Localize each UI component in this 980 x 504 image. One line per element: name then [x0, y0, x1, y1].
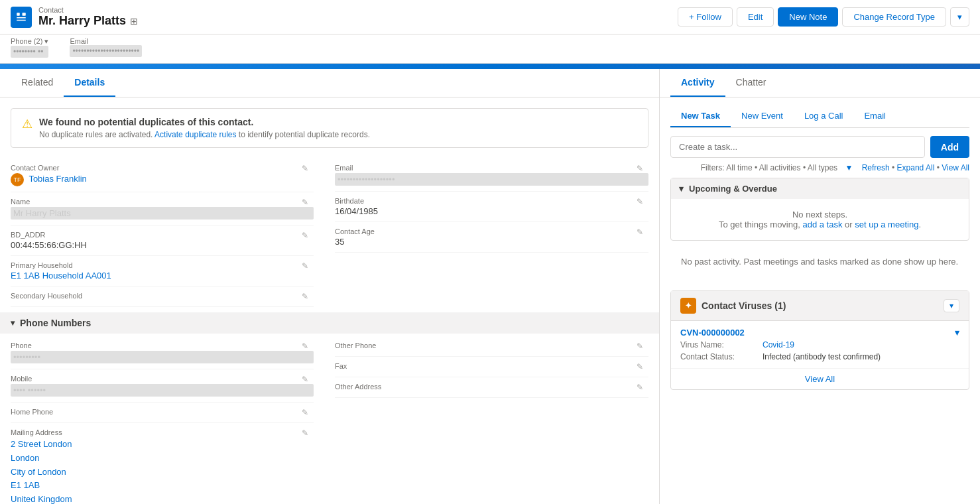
avatar: TF: [11, 173, 24, 186]
edit-icon[interactable]: ✎: [302, 164, 308, 173]
contact-status-label: Contact Status:: [680, 352, 760, 361]
fields-grid: Contact Owner TF Tobias Franklin ✎ Name …: [11, 158, 648, 307]
virus-id-row: CVN-000000002 ▾: [680, 328, 959, 338]
header-meta: Contact Mr. Harry Platts ⊞: [38, 6, 138, 28]
left-tabs: Related Details: [0, 69, 659, 97]
upcoming-body: No next steps. To get things moving, add…: [671, 199, 969, 240]
new-note-button[interactable]: New Note: [778, 7, 838, 27]
main-layout: Related Details ⚠ We found no potential …: [0, 69, 980, 504]
task-buttons: New Task New Event Log a Call Email: [670, 105, 969, 128]
filters-row: Filters: All time • All activities • All…: [670, 163, 969, 172]
field-mailing-address: Mailing Address 2 Street LondonLondonCit…: [11, 423, 314, 504]
setup-meeting-link[interactable]: set up a meeting: [855, 220, 918, 229]
add-task-link[interactable]: add a task: [802, 220, 842, 229]
refresh-link[interactable]: Refresh: [862, 163, 890, 172]
edit-icon[interactable]: ✎: [637, 362, 643, 371]
tab-chatter[interactable]: Chatter: [725, 69, 777, 97]
email-value: ••••••••••••••••••••••••: [70, 45, 142, 57]
followers-icon: ⊞: [130, 16, 138, 27]
follow-button[interactable]: + Follow: [678, 7, 733, 27]
header-left: Contact Mr. Harry Platts ⊞: [11, 6, 138, 28]
svg-rect-0: [17, 13, 20, 16]
viruses-expand-button[interactable]: ▾: [944, 299, 959, 312]
field-birthdate: Birthdate 16/04/1985 ✎: [335, 192, 648, 222]
change-record-type-button[interactable]: Change Record Type: [842, 7, 946, 27]
gradient-bar: [0, 64, 980, 69]
edit-icon[interactable]: ✎: [637, 227, 643, 237]
record-name: Mr. Harry Platts ⊞: [38, 14, 138, 28]
phone-numbers-grid: Phone ••••••••• ✎ Mobile •••• •••••• ✎ H…: [11, 336, 648, 504]
edit-icon[interactable]: ✎: [637, 342, 643, 351]
virus-expand-icon[interactable]: ▾: [955, 328, 959, 338]
edit-icon[interactable]: ✎: [302, 292, 308, 301]
top-fields: Contact Owner TF Tobias Franklin ✎ Name …: [11, 158, 648, 307]
contact-icon: [11, 7, 32, 28]
warning-icon: ⚠: [22, 117, 32, 131]
filters-text: Filters: All time • All activities • All…: [701, 163, 837, 172]
edit-icon[interactable]: ✎: [302, 408, 308, 417]
phone-value: •••••••• ••: [11, 46, 48, 58]
new-event-button[interactable]: New Event: [731, 105, 794, 127]
edit-icon[interactable]: ✎: [637, 383, 643, 392]
field-home-phone: Home Phone ✎: [11, 403, 314, 423]
edit-icon[interactable]: ✎: [637, 164, 643, 173]
field-primary-household: Primary Household E1 1AB Household AA001…: [11, 256, 314, 286]
field-fax: Fax ✎: [335, 357, 648, 377]
field-phone: Phone ••••••••• ✎: [11, 336, 314, 369]
tab-details[interactable]: Details: [64, 69, 115, 97]
view-all-button[interactable]: View All: [671, 369, 969, 389]
edit-icon[interactable]: ✎: [302, 231, 308, 240]
svg-rect-2: [17, 19, 26, 21]
header-actions: + Follow Edit New Note Change Record Typ…: [678, 7, 969, 27]
left-panel: Related Details ⚠ We found no potential …: [0, 69, 660, 504]
edit-icon[interactable]: ✎: [302, 428, 308, 438]
view-all-link[interactable]: View All: [942, 163, 969, 172]
chevron-down-icon: ▾: [679, 184, 684, 194]
details-content: ⚠ We found no potential duplicates of th…: [0, 97, 659, 504]
email-button[interactable]: Email: [853, 105, 896, 127]
phone-left-col: Phone ••••••••• ✎ Mobile •••• •••••• ✎ H…: [11, 336, 330, 504]
tab-related[interactable]: Related: [11, 69, 64, 97]
chevron-down-icon: ▾: [11, 318, 15, 328]
contact-status-value: Infected (antibody test confirmed): [763, 352, 959, 361]
field-name: Name Mr Harry Platts ✎: [11, 192, 314, 225]
virus-name-value[interactable]: Covid-19: [763, 340, 959, 349]
record-type-label: Contact: [38, 6, 138, 14]
tab-activity[interactable]: Activity: [670, 69, 725, 97]
activity-content: New Task New Event Log a Call Email Add …: [660, 97, 980, 283]
edit-icon[interactable]: ✎: [302, 375, 308, 384]
edit-button[interactable]: Edit: [737, 7, 774, 27]
log-call-button[interactable]: Log a Call: [794, 105, 854, 127]
right-fields-col: Email ••••••••••••••••••• ✎ Birthdate 16…: [330, 158, 648, 307]
task-input-row: Add: [670, 136, 969, 158]
field-bd-addr: BD_ADDR 00:44:55:66:GG:HH ✎: [11, 225, 314, 256]
phone-numbers-section-header[interactable]: ▾ Phone Numbers: [0, 312, 659, 334]
svg-rect-1: [17, 17, 26, 19]
phone-field: Phone (2) ▾ •••••••• ••: [11, 37, 48, 58]
virus-id-link[interactable]: CVN-000000002: [680, 328, 745, 338]
viruses-icon: ✦: [680, 298, 696, 314]
duplicate-description: No duplicate rules are activated. Activa…: [39, 130, 370, 139]
edit-icon[interactable]: ✎: [302, 198, 308, 207]
activate-rules-link[interactable]: Activate duplicate rules: [154, 130, 236, 139]
duplicate-notice: ⚠ We found no potential duplicates of th…: [11, 108, 648, 148]
task-input[interactable]: [670, 136, 925, 158]
virus-row: CVN-000000002 ▾ Virus Name: Covid-19 Con…: [671, 321, 969, 369]
upcoming-header[interactable]: ▾ Upcoming & Overdue: [671, 178, 969, 199]
viruses-header-left: ✦ Contact Viruses (1): [680, 298, 786, 314]
upcoming-section: ▾ Upcoming & Overdue No next steps. To g…: [670, 178, 969, 241]
field-other-address: Other Address ✎: [335, 377, 648, 398]
edit-icon[interactable]: ✎: [637, 197, 643, 206]
add-task-button[interactable]: Add: [930, 136, 969, 158]
expand-all-link[interactable]: Expand All: [897, 163, 935, 172]
edit-icon[interactable]: ✎: [302, 342, 308, 351]
edit-icon[interactable]: ✎: [302, 261, 308, 271]
field-email: Email ••••••••••••••••••• ✎: [335, 158, 648, 192]
upcoming-title: Upcoming & Overdue: [689, 184, 777, 194]
more-actions-button[interactable]: ▾: [950, 7, 969, 27]
filter-icon[interactable]: ▼: [845, 163, 853, 172]
no-steps-subtext: To get things moving, add a task or set …: [682, 220, 958, 229]
new-task-button[interactable]: New Task: [670, 105, 731, 127]
field-secondary-household: Secondary Household ✎: [11, 286, 314, 307]
email-label: Email: [70, 37, 142, 45]
